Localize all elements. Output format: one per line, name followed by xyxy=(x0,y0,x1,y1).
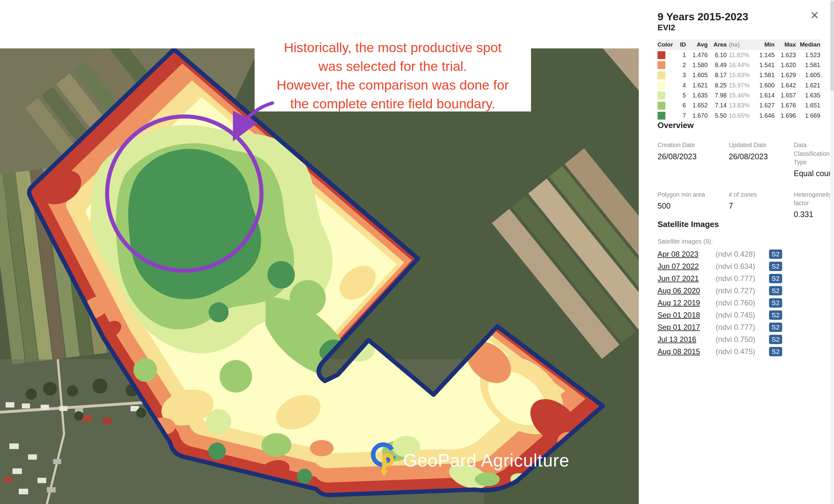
logo-text: GeoPard Agriculture xyxy=(403,450,569,470)
satellite-date-link[interactable]: Jun 07 2022 xyxy=(658,262,707,271)
evi2-table: Color ID Avg Area (ha) Min Max Median 1 … xyxy=(658,39,820,120)
overview-field: Polygon min area 500 xyxy=(658,191,720,220)
table-row: 6 1.652 7.14 13.83% 1.627 1.676 1.651 xyxy=(658,101,820,111)
col-color: Color xyxy=(658,39,675,50)
list-item: Jun 07 2021 (ndvi 0.777) S2 xyxy=(658,272,820,285)
list-item: Jun 07 2022 (ndvi 0.634) S2 xyxy=(658,260,820,272)
col-area: Area xyxy=(708,39,727,50)
annotation-line: Historically, the most productive spot xyxy=(255,38,531,57)
overview-field: Creation Date 26/08/2023 xyxy=(658,141,720,178)
satellite-date-link[interactable]: Apr 08 2023 xyxy=(658,250,707,259)
s2-badge[interactable]: S2 xyxy=(769,310,782,320)
col-id: ID xyxy=(675,39,686,50)
satellite-date-link[interactable]: Jun 07 2021 xyxy=(658,274,707,283)
list-item: Aug 12 2019 (ndvi 0.760) S2 xyxy=(658,297,820,309)
ndvi-value: (ndvi 0.750) xyxy=(716,335,767,344)
ndvi-value: (ndvi 0.777) xyxy=(716,274,767,283)
satellite-date-link[interactable]: Jul 13 2016 xyxy=(658,335,707,344)
annotation-line: the complete entire field boundary. xyxy=(255,94,531,113)
s2-badge[interactable]: S2 xyxy=(769,347,782,356)
col-min: Min xyxy=(753,39,775,50)
satellite-count-label: Satellite images (9): xyxy=(658,238,820,245)
zone-color-swatch xyxy=(658,51,665,59)
ndvi-value: (ndvi 0.634) xyxy=(716,262,767,271)
annotation-line: was selected for the trial. xyxy=(255,57,531,75)
list-item: Jul 13 2016 (ndvi 0.750) S2 xyxy=(658,333,820,346)
list-item: Sep 01 2017 (ndvi 0.777) S2 xyxy=(658,321,820,333)
list-item: Aug 06 2020 (ndvi 0.727) S2 xyxy=(658,285,820,297)
table-row: 3 1.605 8.17 15.83% 1.581 1.629 1.605 xyxy=(658,70,820,80)
overview-field: Data Classification Type Equal count xyxy=(794,141,834,178)
evi2-heading: EVI2 xyxy=(658,23,820,32)
details-sidebar: 9 Years 2015-2023 ✕ EVI2 Color ID Avg Ar… xyxy=(639,0,834,504)
col-max: Max xyxy=(775,39,796,50)
satellite-image-list: Apr 08 2023 (ndvi 0.428) S2 Jun 07 2022 … xyxy=(658,248,820,358)
zone-color-swatch xyxy=(658,61,665,69)
satellite-images-heading: Satellite Images xyxy=(658,220,820,229)
col-median: Median xyxy=(796,39,820,50)
satellite-date-link[interactable]: Aug 08 2015 xyxy=(658,347,707,356)
geopard-logo: GeoPard Agriculture xyxy=(370,441,569,480)
table-row: 2 1.580 8.49 16.44% 1.541 1.620 1.581 xyxy=(658,60,820,70)
table-row: 1 1.476 6.10 11.82% 1.145 1.623 1.523 xyxy=(658,50,820,60)
zone-color-swatch xyxy=(658,102,665,110)
list-item: Apr 08 2023 (ndvi 0.428) S2 xyxy=(658,248,820,260)
ndvi-value: (ndvi 0.475) xyxy=(716,347,767,356)
overview-field: # of zones 7 xyxy=(729,191,785,220)
map-canvas[interactable]: Historically, the most productive spot w… xyxy=(0,0,639,504)
s2-badge[interactable]: S2 xyxy=(769,249,782,259)
ndvi-value: (ndvi 0.760) xyxy=(716,299,767,307)
sidebar-scrollbar[interactable] xyxy=(830,0,834,504)
satellite-date-link[interactable]: Aug 12 2019 xyxy=(658,299,707,307)
page-title: 9 Years 2015-2023 xyxy=(658,10,748,23)
s2-badge[interactable]: S2 xyxy=(769,274,782,283)
table-row: 4 1.621 8.25 15.97% 1.600 1.642 1.621 xyxy=(658,80,820,90)
zone-color-swatch xyxy=(658,112,665,119)
satellite-date-link[interactable]: Sep 01 2018 xyxy=(658,311,707,320)
table-row: 5 1.635 7.98 15.46% 1.614 1.657 1.635 xyxy=(658,90,820,100)
close-icon[interactable]: ✕ xyxy=(809,10,820,21)
s2-badge[interactable]: S2 xyxy=(769,323,782,332)
scrollbar-thumb[interactable] xyxy=(831,1,834,91)
col-avg: Avg xyxy=(686,39,708,50)
col-area-unit: (ha) xyxy=(727,39,753,50)
evi2-header-row: Color ID Avg Area (ha) Min Max Median xyxy=(658,39,820,50)
s2-badge[interactable]: S2 xyxy=(769,262,782,271)
ndvi-value: (ndvi 0.727) xyxy=(716,286,767,295)
s2-badge[interactable]: S2 xyxy=(769,286,782,295)
zone-color-swatch xyxy=(658,82,665,89)
list-item: Aug 08 2015 (ndvi 0.475) S2 xyxy=(658,346,820,358)
s2-badge[interactable]: S2 xyxy=(769,335,782,344)
ndvi-value: (ndvi 0.745) xyxy=(716,311,767,320)
geopard-pin-icon xyxy=(370,441,397,480)
s2-badge[interactable]: S2 xyxy=(769,298,782,308)
overview-grid: Creation Date 26/08/2023 Updated Date 26… xyxy=(658,141,820,219)
geopard-app: Historically, the most productive spot w… xyxy=(0,0,834,504)
map-annotation: Historically, the most productive spot w… xyxy=(255,0,531,111)
satellite-date-link[interactable]: Aug 06 2020 xyxy=(658,286,707,295)
overview-field: Updated Date 26/08/2023 xyxy=(729,141,785,178)
overview-field: Heterogeneity factor 0.331 xyxy=(794,191,834,220)
zone-color-swatch xyxy=(658,91,665,99)
list-item: Sep 01 2018 (ndvi 0.745) S2 xyxy=(658,309,820,321)
zone-color-swatch xyxy=(658,71,665,79)
annotation-line: However, the comparison was done for xyxy=(255,75,531,94)
ndvi-value: (ndvi 0.428) xyxy=(716,250,767,259)
overview-heading: Overview xyxy=(658,120,820,130)
satellite-date-link[interactable]: Sep 01 2017 xyxy=(658,323,707,332)
ndvi-value: (ndvi 0.777) xyxy=(716,323,767,332)
table-row: 7 1.670 5.50 10.65% 1.646 1.696 1.669 xyxy=(658,111,820,120)
